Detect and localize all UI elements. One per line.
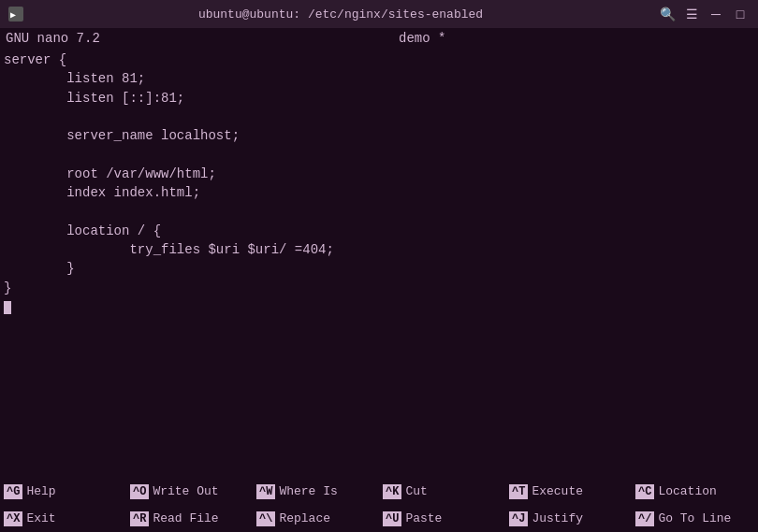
terminal-icon: ▶ (7, 6, 24, 22)
shortcut-justify[interactable]: ^J Justify (505, 511, 632, 526)
shortcut-row-2: ^X Exit ^R Read File ^\ Replace ^U Paste… (0, 505, 758, 532)
minimize-button[interactable]: ─ (706, 4, 726, 24)
editor-area[interactable]: server { listen 81; listen [::]:81; serv… (0, 49, 758, 478)
shortcut-label-go-to-line: Go To Line (658, 511, 731, 525)
shortcut-replace[interactable]: ^\ Replace (253, 511, 379, 526)
shortcut-key-location: ^C (635, 484, 654, 499)
shortcut-label-location: Location (658, 484, 716, 498)
shortcut-label-where-is: Where Is (279, 484, 337, 498)
shortcut-row-1: ^G Help ^O Write Out ^W Where Is ^K Cut … (0, 478, 758, 505)
menu-button[interactable]: ☰ (681, 4, 702, 24)
nano-top-bar: GNU nano 7.2 demo * (0, 28, 758, 49)
shortcut-key-go-to-line: ^/ (635, 511, 654, 526)
window-controls[interactable]: 🔍 ☰ ─ □ (657, 4, 751, 24)
shortcut-key-cut: ^K (383, 484, 401, 499)
shortcut-exit[interactable]: ^X Exit (0, 511, 126, 526)
shortcut-execute[interactable]: ^T Execute (505, 484, 632, 499)
nano-filename: demo * (399, 31, 445, 46)
shortcut-key-exit: ^X (4, 511, 22, 526)
shortcut-label-exit: Exit (26, 511, 55, 525)
shortcut-label-read-file: Read File (153, 511, 218, 525)
shortcut-paste[interactable]: ^U Paste (379, 511, 505, 526)
svg-text:▶: ▶ (10, 9, 16, 20)
shortcut-label-cut: Cut (405, 484, 427, 498)
title-bar: ▶ ubuntu@ubuntu: /etc/nginx/sites-enable… (0, 0, 758, 28)
nano-version: GNU nano 7.2 (6, 31, 100, 46)
shortcut-key-read-file: ^R (130, 511, 149, 526)
shortcut-label-help: Help (26, 484, 55, 498)
shortcut-help[interactable]: ^G Help (0, 484, 126, 499)
editor-content: server { listen 81; listen [::]:81; serv… (4, 50, 754, 316)
shortcut-label-paste: Paste (405, 511, 442, 525)
cursor-line (4, 299, 11, 314)
shortcut-go-to-line[interactable]: ^/ Go To Line (632, 511, 758, 526)
shortcut-where-is[interactable]: ^W Where Is (253, 484, 379, 499)
nano-right-spacer (745, 31, 752, 46)
shortcut-key-where-is: ^W (256, 484, 275, 499)
shortcut-key-write-out: ^O (130, 484, 149, 499)
shortcut-label-write-out: Write Out (153, 484, 218, 498)
text-cursor (4, 301, 11, 314)
shortcut-label-execute: Execute (532, 484, 583, 498)
shortcut-label-replace: Replace (279, 511, 330, 525)
window-title: ubuntu@ubuntu: /etc/nginx/sites-enabled (24, 7, 657, 22)
shortcut-key-replace: ^\ (256, 511, 275, 526)
shortcut-bar: ^G Help ^O Write Out ^W Where Is ^K Cut … (0, 478, 758, 532)
shortcut-key-execute: ^T (509, 484, 528, 499)
shortcut-key-justify: ^J (509, 511, 528, 526)
shortcut-label-justify: Justify (532, 511, 583, 525)
title-bar-left: ▶ (7, 6, 24, 22)
shortcut-key-help: ^G (4, 484, 22, 499)
maximize-button[interactable]: □ (730, 4, 751, 24)
shortcut-cut[interactable]: ^K Cut (379, 484, 505, 499)
shortcut-read-file[interactable]: ^R Read File (126, 511, 253, 526)
shortcut-write-out[interactable]: ^O Write Out (126, 484, 253, 499)
shortcut-key-paste: ^U (383, 511, 401, 526)
search-button[interactable]: 🔍 (657, 4, 678, 24)
shortcut-location[interactable]: ^C Location (632, 484, 758, 499)
